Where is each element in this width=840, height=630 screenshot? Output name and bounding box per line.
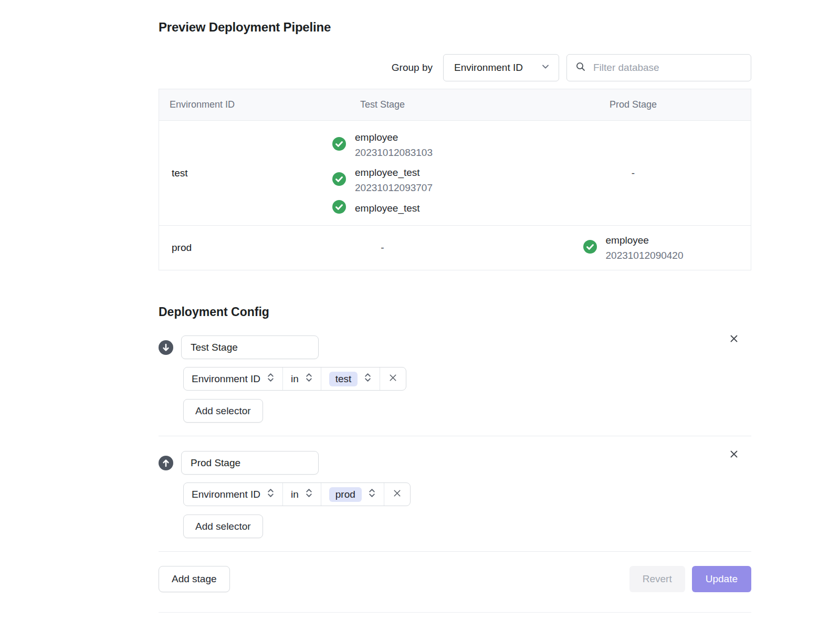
selector-key-select[interactable]: Environment ID bbox=[184, 483, 282, 506]
remove-selector-button[interactable] bbox=[384, 483, 410, 506]
selector-operator-value: in bbox=[291, 373, 299, 385]
check-circle-icon bbox=[583, 240, 597, 256]
close-icon bbox=[729, 453, 739, 461]
table-header-row: Environment ID Test Stage Prod Stage bbox=[159, 89, 751, 120]
add-selector-button[interactable]: Add selector bbox=[183, 399, 263, 423]
table-row: test employee 20231012083103 bbox=[159, 120, 751, 225]
table-row: prod - employee 20231012090420 bbox=[159, 225, 751, 270]
remove-stage-button[interactable] bbox=[727, 331, 741, 346]
column-header-environment-id: Environment ID bbox=[159, 99, 249, 110]
config-footer: Add stage Revert Update bbox=[159, 566, 751, 592]
selector-row: Environment ID in test bbox=[183, 367, 406, 391]
chevron-down-icon bbox=[541, 62, 550, 74]
deployment-config-title: Deployment Config bbox=[159, 305, 751, 319]
add-stage-button[interactable]: Add stage bbox=[159, 566, 230, 592]
select-updown-icon bbox=[305, 372, 313, 385]
remove-stage-button[interactable] bbox=[727, 447, 741, 461]
stage-name-input[interactable] bbox=[181, 335, 319, 359]
database-schema-version: 20231012093707 bbox=[355, 180, 433, 195]
test-stage-cell: employee 20231012083103 employee_test 20… bbox=[249, 130, 516, 216]
pipeline-table: Environment ID Test Stage Prod Stage tes… bbox=[159, 89, 751, 270]
close-icon bbox=[392, 488, 402, 501]
footer-actions: Revert Update bbox=[629, 566, 751, 592]
environment-id-cell: prod bbox=[159, 242, 249, 254]
arrow-down-circle-icon[interactable] bbox=[159, 340, 173, 355]
database-name: employee_test bbox=[355, 165, 433, 180]
selector-row: Environment ID in prod bbox=[183, 482, 411, 506]
selector-key-value: Environment ID bbox=[192, 489, 260, 500]
database-info: employee_test 20231012093707 bbox=[355, 165, 433, 195]
selector-value-tag: prod bbox=[329, 487, 362, 502]
check-circle-icon bbox=[332, 137, 346, 153]
page-title: Preview Deployment Pipeline bbox=[159, 8, 751, 35]
database-entry: employee 20231012083103 bbox=[332, 130, 433, 160]
group-by-label: Group by bbox=[392, 62, 433, 74]
update-button[interactable]: Update bbox=[692, 566, 751, 592]
check-circle-icon bbox=[332, 172, 346, 188]
selector-key-select[interactable]: Environment ID bbox=[184, 368, 282, 390]
database-schema-version: 20231012083103 bbox=[355, 145, 433, 160]
selector-operator-select[interactable]: in bbox=[282, 483, 321, 506]
divider bbox=[159, 551, 751, 552]
stage-header bbox=[159, 451, 751, 475]
selector-value-tag: test bbox=[329, 372, 358, 386]
main-content: Preview Deployment Pipeline Group by Env… bbox=[159, 8, 751, 613]
column-header-test-stage: Test Stage bbox=[249, 99, 516, 110]
column-header-prod-stage: Prod Stage bbox=[516, 99, 751, 110]
database-name: employee bbox=[606, 233, 684, 248]
filter-database-input[interactable] bbox=[592, 61, 742, 74]
database-list: employee 20231012090420 bbox=[583, 233, 684, 263]
group-by-selected-value: Environment ID bbox=[454, 62, 523, 74]
select-updown-icon bbox=[364, 372, 372, 385]
database-list: employee 20231012083103 employee_test 20… bbox=[332, 130, 433, 216]
selector-value-select[interactable]: test bbox=[321, 368, 380, 390]
select-updown-icon bbox=[368, 488, 376, 501]
test-stage-cell-empty: - bbox=[249, 242, 516, 254]
stage-header bbox=[159, 335, 751, 359]
prod-stage-cell-empty: - bbox=[516, 167, 751, 179]
selector-value-select[interactable]: prod bbox=[321, 483, 384, 506]
add-selector-button[interactable]: Add selector bbox=[183, 514, 263, 538]
prod-stage-cell: employee 20231012090420 bbox=[516, 233, 751, 263]
database-info: employee 20231012090420 bbox=[606, 233, 684, 263]
database-info: employee_test bbox=[355, 201, 420, 216]
revert-button[interactable]: Revert bbox=[629, 566, 685, 592]
search-icon bbox=[575, 61, 586, 74]
database-schema-version: 20231012090420 bbox=[606, 248, 684, 263]
stage-config-test: Environment ID in test bbox=[159, 335, 751, 423]
check-circle-icon bbox=[332, 200, 346, 216]
group-by-select[interactable]: Environment ID bbox=[443, 54, 559, 81]
stage-config-prod: Environment ID in prod bbox=[159, 451, 751, 538]
select-updown-icon bbox=[305, 488, 313, 501]
selector-operator-value: in bbox=[291, 489, 299, 500]
close-icon bbox=[729, 338, 739, 345]
database-name: employee_test bbox=[355, 201, 420, 216]
table-controls: Group by Environment ID bbox=[159, 54, 751, 81]
environment-id-cell: test bbox=[159, 167, 249, 179]
remove-selector-button[interactable] bbox=[380, 368, 406, 390]
close-icon bbox=[388, 373, 398, 385]
filter-database-box bbox=[566, 54, 751, 81]
database-entry: employee 20231012090420 bbox=[583, 233, 684, 263]
database-entry: employee_test 20231012093707 bbox=[332, 165, 433, 195]
divider bbox=[159, 436, 751, 436]
selector-operator-select[interactable]: in bbox=[282, 368, 321, 390]
select-updown-icon bbox=[267, 488, 275, 501]
arrow-up-circle-icon[interactable] bbox=[159, 456, 173, 470]
stage-name-input[interactable] bbox=[181, 451, 319, 475]
database-entry: employee_test bbox=[332, 200, 420, 216]
database-info: employee 20231012083103 bbox=[355, 130, 433, 160]
select-updown-icon bbox=[267, 372, 275, 385]
database-name: employee bbox=[355, 130, 433, 145]
selector-key-value: Environment ID bbox=[192, 373, 260, 385]
divider bbox=[159, 612, 751, 613]
